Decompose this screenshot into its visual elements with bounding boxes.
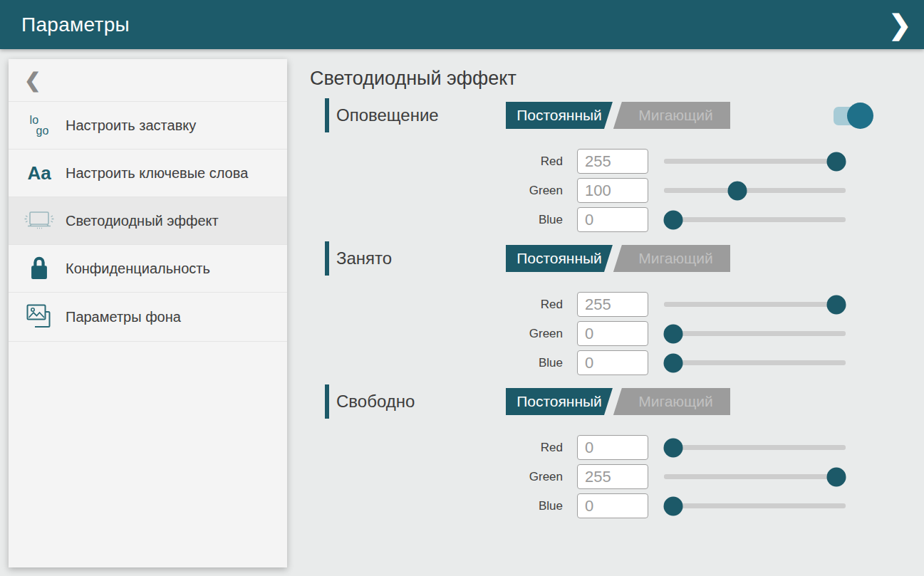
blue-value-input[interactable] bbox=[577, 207, 648, 232]
led-effect-panel: Светодиодный эффект Оповещение Постоянны… bbox=[310, 68, 896, 528]
slider-row-red: Red bbox=[310, 147, 896, 176]
section-alert: Оповещение Постоянный Мигающий Red bbox=[310, 98, 896, 234]
sidebar-item-label: Конфиденциальность bbox=[66, 259, 210, 278]
mode-solid-button[interactable]: Постоянный bbox=[506, 102, 613, 129]
section-accent-bar bbox=[325, 98, 329, 132]
sidebar-item-label: Настроить ключевые слова bbox=[66, 164, 248, 182]
red-slider-track[interactable] bbox=[664, 445, 846, 450]
mode-solid-button[interactable]: Постоянный bbox=[506, 245, 613, 272]
background-images-icon bbox=[23, 303, 56, 331]
page-title: Светодиодный эффект bbox=[310, 68, 896, 90]
green-label: Green bbox=[499, 470, 563, 484]
lock-icon bbox=[23, 256, 56, 281]
mode-solid-button[interactable]: Постоянный bbox=[506, 388, 613, 415]
sidebar-item-label: Настроить заставку bbox=[66, 116, 196, 135]
section-accent-bar bbox=[325, 241, 329, 276]
app-title: Параметры bbox=[21, 14, 130, 36]
slider-row-green: Green bbox=[310, 319, 896, 348]
blue-slider-track[interactable] bbox=[664, 503, 846, 508]
sidebar-collapse-button[interactable]: ❮ bbox=[9, 59, 287, 102]
blue-slider-track[interactable] bbox=[664, 360, 846, 365]
blue-value-input[interactable] bbox=[577, 493, 648, 518]
green-value-input[interactable] bbox=[577, 464, 648, 489]
blue-slider-thumb[interactable] bbox=[664, 353, 683, 372]
green-value-input[interactable] bbox=[577, 321, 648, 346]
forward-chevron-icon[interactable]: ❯ bbox=[888, 11, 911, 38]
mode-segmented-control: Постоянный Мигающий bbox=[506, 102, 730, 129]
red-slider-track[interactable] bbox=[664, 159, 846, 164]
header-bar: Параметры ❯ bbox=[0, 0, 924, 49]
red-slider-thumb[interactable] bbox=[827, 295, 846, 314]
green-slider-track[interactable] bbox=[664, 188, 846, 193]
blue-slider-thumb[interactable] bbox=[664, 496, 683, 515]
led-display-icon bbox=[23, 209, 56, 233]
section-free: Свободно Постоянный Мигающий Red Green bbox=[310, 384, 896, 520]
toggle-knob[interactable] bbox=[847, 103, 873, 129]
green-label: Green bbox=[499, 184, 563, 198]
red-slider-thumb[interactable] bbox=[664, 438, 683, 457]
blue-slider-thumb[interactable] bbox=[664, 210, 683, 229]
section-accent-bar bbox=[325, 384, 329, 419]
section-title: Свободно bbox=[336, 392, 506, 412]
blue-slider-track[interactable] bbox=[664, 217, 846, 222]
alert-enabled-toggle[interactable] bbox=[834, 103, 873, 129]
red-label: Red bbox=[499, 298, 563, 312]
red-value-input[interactable] bbox=[577, 292, 648, 317]
section-title: Оповещение bbox=[336, 105, 506, 125]
red-label: Red bbox=[499, 441, 563, 455]
section-busy: Занято Постоянный Мигающий Red Green bbox=[310, 241, 896, 377]
slider-row-blue: Blue bbox=[310, 205, 896, 234]
sidebar-item-led-effect[interactable]: Светодиодный эффект bbox=[9, 197, 287, 245]
red-slider-thumb[interactable] bbox=[827, 152, 846, 171]
sidebar-item-label: Светодиодный эффект bbox=[66, 211, 219, 230]
section-title: Занято bbox=[336, 248, 506, 268]
green-label: Green bbox=[499, 327, 563, 341]
sidebar-item-background[interactable]: Параметры фона bbox=[9, 293, 287, 342]
green-value-input[interactable] bbox=[577, 178, 648, 203]
blue-label: Blue bbox=[499, 499, 563, 513]
green-slider-thumb[interactable] bbox=[727, 181, 747, 200]
mode-blink-button[interactable]: Мигающий bbox=[613, 102, 730, 129]
back-chevron-icon: ❮ bbox=[24, 68, 41, 92]
mode-segmented-control: Постоянный Мигающий bbox=[506, 245, 730, 272]
sidebar-item-splash-screen[interactable]: lo go Настроить заставку bbox=[9, 102, 287, 150]
green-slider-track[interactable] bbox=[664, 474, 846, 479]
keywords-aa-icon: Aa bbox=[23, 162, 56, 184]
blue-label: Blue bbox=[499, 356, 563, 370]
slider-row-green: Green bbox=[310, 462, 896, 491]
slider-row-green: Green bbox=[310, 176, 896, 205]
blue-value-input[interactable] bbox=[577, 350, 648, 375]
red-value-input[interactable] bbox=[577, 149, 648, 174]
settings-sidebar: ❮ lo go Настроить заставку Aa Настроить … bbox=[9, 59, 287, 567]
logo-icon: lo go bbox=[23, 115, 56, 136]
red-label: Red bbox=[499, 155, 563, 169]
slider-row-red: Red bbox=[310, 290, 896, 319]
sidebar-item-label: Параметры фона bbox=[66, 308, 181, 326]
blue-label: Blue bbox=[499, 213, 563, 227]
green-slider-thumb[interactable] bbox=[827, 467, 846, 486]
red-slider-track[interactable] bbox=[664, 302, 846, 307]
slider-row-blue: Blue bbox=[310, 348, 896, 377]
sidebar-item-privacy[interactable]: Конфиденциальность bbox=[9, 245, 287, 293]
slider-row-red: Red bbox=[310, 433, 896, 462]
mode-blink-button[interactable]: Мигающий bbox=[613, 388, 730, 415]
mode-segmented-control: Постоянный Мигающий bbox=[506, 388, 730, 415]
mode-blink-button[interactable]: Мигающий bbox=[613, 245, 730, 272]
green-slider-track[interactable] bbox=[664, 331, 846, 336]
slider-row-blue: Blue bbox=[310, 491, 896, 520]
green-slider-thumb[interactable] bbox=[664, 324, 683, 343]
red-value-input[interactable] bbox=[577, 435, 648, 460]
sidebar-item-keywords[interactable]: Aa Настроить ключевые слова bbox=[9, 150, 287, 197]
